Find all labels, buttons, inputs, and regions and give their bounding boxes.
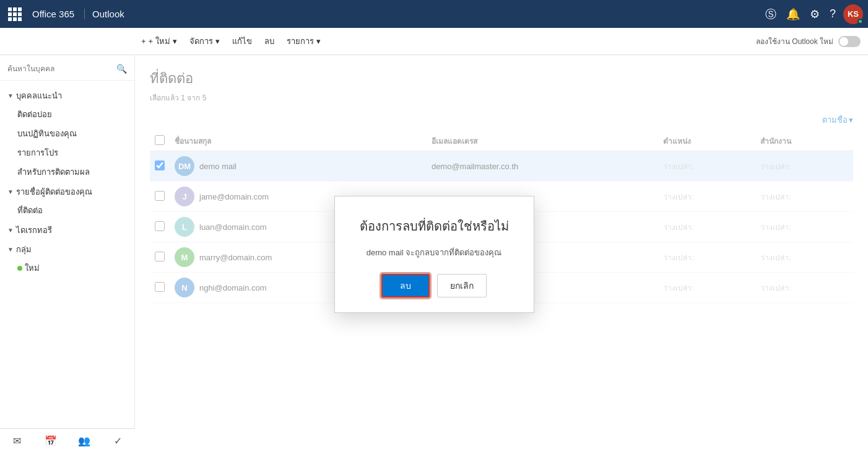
sidebar-item-frequent[interactable]: ติดต่อบ่อย [0, 105, 134, 124]
main-content: ที่ติดต่อ เลือกแล้ว 1 จาก 5 ตามชื่อ ▾ ชื… [135, 55, 868, 453]
modal-actions: ลบ ยกเลิก [360, 274, 509, 297]
new-outlook-toggle[interactable] [838, 36, 861, 47]
tasks-icon: ✓ [114, 435, 122, 447]
search-input[interactable] [7, 64, 116, 73]
sidebar-section-recommended[interactable]: ▼ บุคคลแนะนำ [0, 86, 134, 105]
sidebar: 🔍 ▼ บุคคลแนะนำ ติดต่อบ่อย บนปฏิทินของคุณ… [0, 55, 135, 453]
nav-contacts[interactable]: 👥 [67, 429, 102, 453]
toolbar: + + ใหม่ ▾ จัดการ ▾ แก้ไข ลบ รายการ ▾ ลอ… [0, 28, 868, 55]
mail-icon: ✉ [13, 435, 21, 447]
section-contacts-label: รายชื่อผู้ติดต่อของคุณ [16, 185, 92, 198]
plus-icon: + [141, 37, 146, 46]
search-icon[interactable]: 🔍 [116, 64, 127, 74]
sidebar-section-contacts[interactable]: ▼ รายชื่อผู้ติดต่อของคุณ [0, 182, 134, 201]
help-icon[interactable]: ? [830, 7, 836, 20]
section-recommended-label: บุคคลแนะนำ [16, 89, 62, 102]
sidebar-section-directory[interactable]: ▼ ไดเรกทอรี [0, 220, 134, 239]
sidebar-item-new-group[interactable]: ใหม่ [0, 258, 134, 278]
new-dot [17, 266, 22, 271]
search-row: 🔍 [0, 60, 134, 81]
sidebar-item-followup[interactable]: สำหรับการติดตามผล [0, 162, 134, 182]
new-badge: ใหม่ [17, 262, 40, 275]
nav-mail[interactable]: ✉ [0, 429, 34, 453]
topbar: Office 365 Outlook Ⓢ 🔔 ⚙ ? KS [0, 0, 868, 28]
sidebar-item-calendar[interactable]: บนปฏิทินของคุณ [0, 124, 134, 143]
new-outlook-label: ลองใช้งาน Outlook ใหม่ [756, 35, 833, 47]
bell-icon[interactable]: 🔔 [786, 7, 800, 21]
edit-label: แก้ไข [232, 35, 252, 48]
presence-dot [857, 19, 863, 24]
main-layout: 🔍 ▼ บุคคลแนะนำ ติดต่อบ่อย บนปฏิทินของคุณ… [0, 55, 868, 453]
chevron-down-icon: ▼ [7, 92, 14, 99]
bottom-nav: ✉ 📅 👥 ✓ [0, 428, 135, 453]
list-button[interactable]: รายการ ▾ [282, 32, 326, 50]
skype-icon[interactable]: Ⓢ [765, 7, 776, 22]
chevron-down-icon-2: ▼ [7, 188, 14, 195]
confirm-delete-modal: ต้องการลบที่ติดต่อใช่หรือไม่ demo mail จ… [334, 196, 534, 313]
manage-label: จัดการ [189, 35, 213, 48]
new-button[interactable]: + + ใหม่ ▾ [136, 32, 182, 50]
nav-tasks[interactable]: ✓ [102, 429, 136, 453]
nav-calendar[interactable]: 📅 [34, 429, 68, 453]
app-name: Office 365 [30, 9, 85, 19]
contacts-icon: 👥 [78, 435, 90, 447]
section-groups-label: กลุ่ม [16, 243, 32, 256]
gear-icon[interactable]: ⚙ [810, 7, 820, 21]
modal-body: demo mail จะถูกลบจากที่ติดต่อของคุณ [360, 246, 509, 259]
sidebar-section-groups[interactable]: ▼ กลุ่ม [0, 239, 134, 258]
list-label: รายการ [287, 35, 314, 48]
manage-chevron-icon: ▾ [215, 37, 220, 46]
module-name: Outlook [92, 9, 124, 19]
new-label: + ใหม่ [149, 35, 170, 48]
avatar-initials: KS [848, 9, 859, 19]
sidebar-item-favorites[interactable]: รายการโปร [0, 143, 134, 162]
waffle-menu[interactable] [5, 4, 25, 24]
confirm-delete-button[interactable]: ลบ [381, 274, 430, 297]
delete-toolbar-button[interactable]: ลบ [259, 32, 279, 50]
manage-button[interactable]: จัดการ ▾ [184, 32, 225, 50]
modal-overlay: ต้องการลบที่ติดต่อใช่หรือไม่ demo mail จ… [135, 55, 868, 453]
new-chevron-icon: ▾ [173, 37, 177, 46]
section-directory-label: ไดเรกทอรี [16, 224, 52, 237]
waffle-icon [8, 7, 22, 21]
avatar[interactable]: KS [843, 4, 863, 24]
list-chevron-icon: ▾ [316, 37, 321, 46]
edit-button[interactable]: แก้ไข [227, 32, 257, 50]
sidebar-item-contacts[interactable]: ที่ติดต่อ [0, 201, 134, 220]
cancel-button[interactable]: ยกเลิก [437, 274, 487, 297]
chevron-down-icon-4: ▼ [7, 246, 14, 253]
chevron-down-icon-3: ▼ [7, 227, 14, 234]
topbar-icons: Ⓢ 🔔 ⚙ ? [765, 7, 836, 22]
new-outlook-toggle-area: ลองใช้งาน Outlook ใหม่ [756, 35, 861, 47]
delete-label: ลบ [264, 35, 274, 48]
modal-title: ต้องการลบที่ติดต่อใช่หรือไม่ [360, 216, 509, 236]
calendar-icon: 📅 [45, 435, 57, 447]
